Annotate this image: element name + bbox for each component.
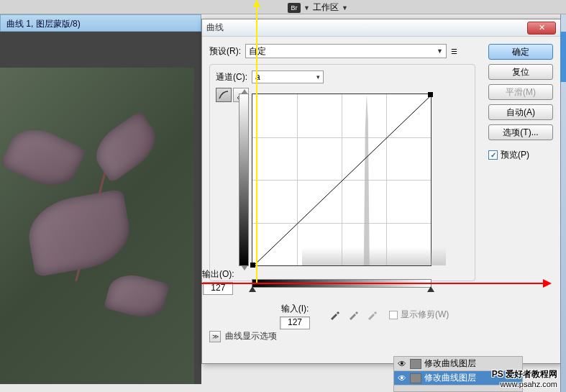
close-button[interactable]: ✕ xyxy=(527,22,556,35)
smooth-button: 平滑(M) xyxy=(488,84,553,100)
annotation-right-arrow-icon xyxy=(543,279,552,288)
document-tab[interactable]: 曲线 1, 图层蒙版/8) xyxy=(0,14,201,32)
show-clipping-checkbox[interactable] xyxy=(389,311,398,319)
auto-button[interactable]: 自动(A) xyxy=(488,104,553,120)
chevron-down-icon: ▾ xyxy=(316,73,320,81)
output-label: 输出(O): xyxy=(202,268,234,281)
reset-button[interactable]: 复位 xyxy=(488,64,553,80)
preset-select[interactable]: 自定 ▼ xyxy=(245,44,447,58)
curve-white-point[interactable] xyxy=(428,92,433,97)
preview-label: 预览(P) xyxy=(501,149,529,161)
layer-thumbnail[interactable] xyxy=(410,359,421,369)
curve-black-point[interactable] xyxy=(250,263,255,268)
curve-tool-button[interactable] xyxy=(216,88,232,102)
bridge-icon[interactable]: Br xyxy=(288,3,301,13)
watermark: PS 爱好者教程网 www.psahz.com xyxy=(492,369,557,389)
layer-name: 修改曲线图层 xyxy=(424,372,476,384)
layer-thumbnail[interactable] xyxy=(410,373,421,383)
preview-checkbox[interactable]: ✓ xyxy=(488,150,498,160)
channel-label: 通道(C): xyxy=(216,71,247,83)
canvas-area xyxy=(0,32,201,384)
curve-plot[interactable] xyxy=(252,94,432,266)
visibility-icon[interactable]: 👁 xyxy=(397,373,407,383)
channel-select[interactable]: a ▾ xyxy=(252,70,324,83)
white-eyedropper[interactable] xyxy=(365,309,378,322)
white-slider[interactable] xyxy=(427,288,434,295)
annotation-horizontal-line xyxy=(201,283,547,284)
expand-button[interactable]: ≫ xyxy=(209,331,221,342)
eyedropper-icon xyxy=(347,309,359,321)
svg-line-0 xyxy=(252,94,431,265)
show-clipping-label: 显示修剪(W) xyxy=(401,309,449,321)
annotation-vertical-line xyxy=(256,0,257,284)
ok-button[interactable]: 确定 xyxy=(488,44,553,60)
panel-highlight xyxy=(560,32,566,82)
options-button[interactable]: 选项(T)... xyxy=(488,124,553,140)
preset-label: 预设(R): xyxy=(209,45,241,58)
br-dropdown-icon[interactable]: ▼ xyxy=(303,4,310,12)
black-eyedropper[interactable] xyxy=(328,309,341,322)
workspace-dropdown-icon[interactable]: ▼ xyxy=(342,4,348,12)
curve-line[interactable] xyxy=(252,94,431,265)
image-preview xyxy=(0,68,194,384)
input-label: 输入(I): xyxy=(281,303,309,315)
gray-eyedropper[interactable] xyxy=(347,309,360,322)
curve-icon xyxy=(218,90,229,100)
dialog-title: 曲线 xyxy=(206,22,527,34)
workspace-label[interactable]: 工作区 xyxy=(313,1,339,14)
curves-dialog: 曲线 ✕ 预设(R): 自定 ▼ ☰ 通道(C): a ▾ xyxy=(201,19,561,364)
eyedropper-icon xyxy=(366,309,378,321)
visibility-icon[interactable]: 👁 xyxy=(397,359,407,369)
watermark-title: PS 爱好者教程网 xyxy=(492,369,557,379)
eyedropper-icon xyxy=(329,309,340,321)
chevron-down-icon: ▼ xyxy=(437,47,443,55)
watermark-url: www.psahz.com xyxy=(492,380,557,389)
input-input[interactable]: 127 xyxy=(280,316,310,329)
curve-graph[interactable] xyxy=(252,88,460,275)
annotation-up-arrow-icon xyxy=(253,0,260,7)
output-gradient xyxy=(239,94,249,266)
preset-menu-icon[interactable]: ☰ xyxy=(451,47,457,55)
layer-name: 修改曲线图层 xyxy=(424,357,476,370)
black-slider[interactable] xyxy=(249,288,256,295)
preset-value: 自定 xyxy=(249,45,266,58)
display-options-label[interactable]: 曲线显示选项 xyxy=(225,330,277,342)
